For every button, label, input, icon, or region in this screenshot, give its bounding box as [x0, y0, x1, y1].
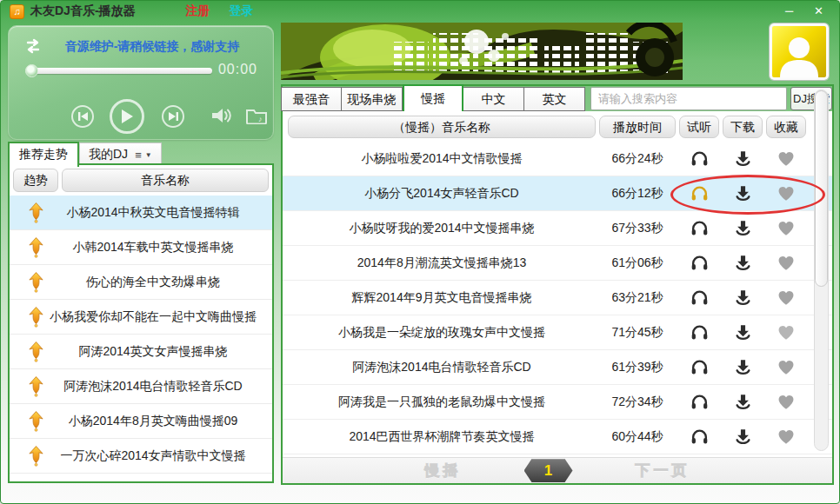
player-panel: 音源维护-请稍候链接，感谢支持 00:00 [8, 25, 274, 140]
list-item[interactable]: 小杨我爱你却不能在一起中文嗨曲慢摇 [10, 300, 272, 335]
table-row[interactable]: 2014年8月潮流英文慢摇串烧13 61分06秒 [283, 246, 832, 281]
table-row[interactable]: 阿涛我是一只孤独的老鼠劲爆中文慢摇 72分34秒 [283, 385, 832, 420]
song-name: 辉辉2014年9月英文电音慢摇串烧 [288, 290, 596, 306]
playlist-folder-icon[interactable]: ♪ [245, 107, 268, 124]
headphones-icon-active[interactable] [679, 184, 719, 203]
table-row[interactable]: 小杨我是一朵绽放的玫瑰女声中文慢摇 71分45秒 [283, 315, 832, 350]
play-duration: 61分39秒 [599, 360, 676, 375]
song-name: 伤心的海全中文劲爆串烧 [10, 275, 272, 290]
person-silhouette-icon [777, 32, 822, 77]
headphones-icon[interactable] [679, 254, 719, 273]
download-icon[interactable] [723, 149, 763, 169]
play-duration: 67分33秒 [599, 221, 676, 236]
song-name: 小杨哎呀我的爱2014中文慢摇串烧 [288, 221, 596, 236]
download-icon[interactable] [723, 323, 763, 342]
song-name: 小杨啦啦爱2014中文情歌慢摇 [288, 151, 596, 167]
play-duration: 72分34秒 [599, 395, 676, 410]
list-item[interactable]: 小杨2014中秋英文电音慢摇特辑 [10, 196, 272, 230]
scrollbar-thumb[interactable] [815, 90, 828, 287]
table-row-selected[interactable]: 小杨分飞2014女声轻音乐CD 66分12秒 [283, 176, 832, 211]
download-icon[interactable] [723, 393, 763, 412]
headphones-icon[interactable] [679, 358, 719, 377]
download-icon[interactable] [723, 288, 763, 308]
pagination-bar: 慢摇 1 下一页 [283, 457, 832, 483]
headphones-icon[interactable] [679, 219, 719, 238]
next-track-button[interactable] [162, 105, 184, 128]
trend-up-icon [29, 237, 43, 258]
progress-slider[interactable] [28, 68, 212, 74]
heart-icon[interactable] [766, 254, 806, 273]
download-icon[interactable] [723, 428, 763, 447]
song-name: 2014巴西世界杯潮牌节奏英文慢摇 [288, 429, 596, 445]
list-item[interactable]: 一万次心碎2014女声情歌中文慢摇 [10, 439, 272, 474]
page-number: 1 [544, 462, 552, 480]
table-row[interactable]: 辉辉2014年9月英文电音慢摇串烧 63分21秒 [283, 281, 832, 315]
download-icon[interactable] [723, 358, 763, 377]
table-scrollbar[interactable] [814, 90, 829, 451]
heart-icon[interactable] [766, 149, 806, 169]
tab-slow-shake[interactable]: 慢摇 [403, 84, 463, 111]
tab-chinese[interactable]: 中文 [463, 87, 524, 111]
download-icon[interactable] [723, 184, 763, 203]
table-row[interactable]: 小杨哎呀我的爱2014中文慢摇串烧 67分33秒 [283, 211, 832, 246]
tab-english[interactable]: 英文 [524, 87, 585, 111]
close-button[interactable]: ✕ [814, 4, 823, 18]
volume-icon[interactable] [210, 105, 235, 126]
list-item[interactable]: 阿涛泡沫2014电台情歌轻音乐CD [10, 369, 272, 404]
song-name: 阿涛我是一只孤独的老鼠劲爆中文慢摇 [288, 395, 596, 410]
heart-icon[interactable] [766, 219, 806, 238]
heart-icon[interactable] [766, 184, 806, 203]
song-name: 阿涛泡沫2014电台情歌轻音乐CD [288, 360, 596, 375]
minimize-button[interactable]: ─ [785, 4, 793, 18]
trend-list-header: 趋势 音乐名称 [10, 165, 272, 196]
heart-icon[interactable] [766, 393, 806, 412]
table-row[interactable]: 2014巴西世界杯潮牌节奏英文慢摇 60分44秒 [283, 420, 832, 454]
list-item[interactable]: 小杨2014年8月英文嗨曲慢摇09 [10, 404, 272, 439]
tab-hottest[interactable]: 最强音 [281, 87, 342, 111]
progress-thumb[interactable] [25, 64, 38, 77]
song-name: 小杨我是一朵绽放的玫瑰女声中文慢摇 [288, 325, 596, 341]
current-page-button[interactable]: 1 [524, 459, 573, 482]
heart-icon[interactable] [766, 288, 806, 308]
play-duration: 63分21秒 [599, 290, 676, 306]
heart-icon[interactable] [766, 358, 806, 377]
headphones-icon[interactable] [679, 428, 719, 447]
song-table: （慢摇）音乐名称 播放时间 试听 下载 收藏 小杨啦啦爱2014中文情歌慢摇 6… [283, 111, 832, 457]
list-item[interactable]: 伤心的海全中文劲爆串烧 [10, 265, 272, 300]
column-header-favorite: 收藏 [766, 116, 806, 138]
play-duration: 71分45秒 [599, 325, 676, 341]
headphones-icon[interactable] [679, 149, 719, 169]
tab-label: 推荐走势 [19, 147, 68, 161]
svg-text:♪: ♪ [258, 115, 263, 123]
heart-icon[interactable] [766, 323, 806, 342]
table-row[interactable]: 阿涛泡沫2014电台情歌轻音乐CD 61分39秒 [283, 350, 832, 385]
list-item[interactable]: 小韩2014车载中英文慢摇串烧 [10, 230, 272, 265]
play-duration: 66分24秒 [599, 151, 676, 167]
song-name: 小杨我爱你却不能在一起中文嗨曲慢摇 [10, 309, 272, 325]
play-button[interactable] [110, 99, 144, 134]
search-input[interactable] [590, 87, 787, 110]
headphones-icon[interactable] [679, 323, 719, 342]
next-page-button[interactable]: 下一页 [636, 461, 690, 481]
table-header-row: （慢摇）音乐名称 播放时间 试听 下载 收藏 [283, 111, 832, 142]
heart-icon[interactable] [766, 428, 806, 447]
register-link[interactable]: 注册 [186, 3, 210, 19]
headphones-icon[interactable] [679, 393, 719, 412]
hamburger-menu-icon[interactable]: ≡ [135, 149, 142, 162]
tab-live-mix[interactable]: 现场串烧 [342, 87, 403, 111]
user-avatar[interactable] [770, 23, 829, 80]
trend-up-icon [29, 202, 43, 223]
list-item[interactable]: 阿涛2014英文女声慢摇串烧 [10, 335, 272, 369]
login-link[interactable]: 登录 [230, 3, 254, 19]
title-bar: ♫ 木友DJ音乐-播放器 注册 登录 ─ ✕ [1, 1, 839, 22]
repeat-icon[interactable] [23, 36, 43, 56]
download-icon[interactable] [723, 219, 763, 238]
download-icon[interactable] [723, 254, 763, 273]
headphones-icon[interactable] [679, 288, 719, 308]
table-row[interactable]: 小杨啦啦爱2014中文情歌慢摇 66分24秒 [283, 142, 832, 176]
window-title: 木友DJ音乐-播放器 [30, 3, 136, 19]
app-window: ♫ 木友DJ音乐-播放器 注册 登录 ─ ✕ 音源维护-请稍候链接，感谢支持 0… [0, 0, 840, 504]
column-header-listen: 试听 [679, 116, 719, 138]
previous-track-button[interactable] [71, 105, 94, 128]
tab-recommend-trend[interactable]: 推荐走势 [8, 142, 79, 167]
